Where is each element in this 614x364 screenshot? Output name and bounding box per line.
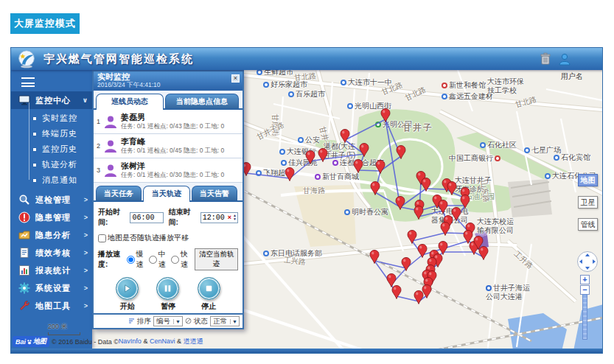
speed-radio-中速[interactable]: 中速: [149, 249, 170, 270]
attribution-link[interactable]: CenNavi: [150, 337, 175, 345]
zoom-slider[interactable]: [582, 294, 587, 340]
map-marker[interactable]: [414, 206, 424, 220]
status-select[interactable]: 正常▼: [210, 316, 240, 326]
speed-radio-input[interactable]: [149, 256, 157, 264]
map-marker[interactable]: [463, 230, 473, 244]
map-marker[interactable]: [407, 230, 417, 244]
tab-巡线员动态[interactable]: 巡线员动态: [96, 94, 164, 110]
map-marker[interactable]: [380, 108, 391, 122]
speed-radio-input[interactable]: [127, 256, 135, 264]
sidebar-item-绩效考核[interactable]: 绩效考核>: [11, 244, 92, 262]
patroller-row[interactable]: 1姜磊男任务: 0/1 巡检点: 0/43 隐患: 0 工地: 0: [94, 110, 243, 134]
patroller-row[interactable]: 2李育峰任务: 0/1 巡检点: 0/45 隐患: 0 工地: 0: [94, 134, 243, 158]
baidu-logo[interactable]: Bai 地图: [13, 336, 49, 347]
map-marker[interactable]: [447, 181, 457, 195]
sidebar-item-label: 监控中心: [35, 95, 83, 106]
map-marker[interactable]: [451, 207, 461, 221]
speed-radio-慢速[interactable]: 慢速: [127, 249, 148, 270]
map-marker[interactable]: [421, 178, 431, 192]
map-marker[interactable]: [396, 145, 406, 159]
time-spinner[interactable]: ▲▼: [233, 214, 237, 221]
map-marker[interactable]: [318, 148, 328, 162]
sort-label: 排序: [137, 317, 151, 326]
speed-radio-input[interactable]: [171, 256, 179, 264]
map-marker[interactable]: [353, 159, 363, 173]
zoom-in-button[interactable]: +: [580, 275, 590, 284]
close-icon[interactable]: ×: [231, 74, 240, 83]
copyright-text: © 2016 Baidu - Data ©: [52, 338, 119, 346]
app-header: 宇兴燃气管网智能巡检系统: [11, 48, 603, 70]
patroller-row[interactable]: 3张树洋任务: 0/1 巡检点: 0/30 隐患: 0 工地: 0: [94, 158, 243, 183]
暂停-button[interactable]: 暂停: [156, 277, 179, 312]
end-time-field[interactable]: [201, 213, 226, 223]
attribution-link[interactable]: 道道通: [183, 337, 203, 345]
mode-button[interactable]: 大屏监控模式: [10, 13, 80, 34]
tab-当天任务[interactable]: 当天任务: [96, 186, 142, 200]
map-type-button-卫星[interactable]: 卫星: [578, 196, 598, 209]
停止-button[interactable]: 停止: [198, 277, 220, 312]
map-marker[interactable]: [395, 196, 405, 210]
map-marker[interactable]: [305, 150, 315, 164]
sidebar-item-地图工具[interactable]: 地图工具>: [11, 297, 92, 315]
开始-button[interactable]: 开始: [116, 277, 139, 312]
map-marker[interactable]: [340, 129, 350, 143]
map-marker[interactable]: [422, 284, 432, 298]
window-footer-bar: [11, 349, 603, 354]
sidebar-item-报表统计[interactable]: 报表统计>: [11, 262, 92, 279]
patroller-name: 李育峰: [121, 137, 224, 147]
map-marker[interactable]: [375, 160, 386, 174]
map-marker[interactable]: [440, 222, 450, 236]
play-icon: [116, 277, 139, 300]
map-marker[interactable]: [478, 246, 489, 260]
map-marker[interactable]: [438, 200, 448, 214]
sidebar-subitem-终端历史[interactable]: 终端历史: [11, 126, 92, 141]
map-type-button-管线[interactable]: 管线: [578, 218, 598, 231]
map-pan-checkbox[interactable]: [98, 234, 106, 242]
sidebar-subitem-实时监控[interactable]: 实时监控: [11, 111, 92, 126]
panel-header: 实时监控 2016/3/24 下午4:41:10 ×: [94, 71, 243, 91]
clear-time-icon[interactable]: ×: [226, 214, 233, 221]
start-time-label: 开始时间:: [98, 207, 128, 228]
sort-select[interactable]: 编号▼: [153, 316, 183, 326]
tab-当天轨迹[interactable]: 当天轨迹: [143, 186, 190, 202]
map-type-button-地图[interactable]: 地图: [578, 174, 598, 186]
map-marker[interactable]: [285, 167, 295, 181]
map-pan-checkbox-label[interactable]: 地图是否随轨迹播放平移: [108, 233, 189, 243]
bullet-icon: [33, 148, 36, 151]
speed-radio-快速[interactable]: 快速: [171, 249, 192, 270]
user-label[interactable]: 用户名: [561, 71, 583, 82]
sidebar-item-隐患管理[interactable]: 隐患管理>: [11, 209, 92, 226]
tab-当前隐患点信息[interactable]: 当前隐患点信息: [165, 94, 239, 108]
sidebar-item-巡检管理[interactable]: 巡检管理>: [11, 191, 92, 209]
attribution-link[interactable]: NavInfo: [119, 337, 142, 345]
clear-track-button[interactable]: 清空当前轨迹: [195, 248, 238, 270]
app-window: 生鲜超市好乐家超市百乐超市甘北路大连市十一中光明山西街甘北路甘北路新世和餐馆鑫远…: [10, 47, 603, 354]
patroller-index: 2: [97, 142, 102, 150]
map-marker[interactable]: [401, 257, 411, 271]
patroller-stats: 任务: 0/1 巡检点: 0/45 隐患: 0 工地: 0: [121, 147, 224, 155]
sidebar-subitem-label: 消息通知: [42, 175, 77, 186]
trash-icon[interactable]: [539, 52, 552, 66]
sidebar-item-监控中心[interactable]: 监控中心∨: [11, 91, 92, 109]
map-marker[interactable]: [359, 143, 369, 157]
sidebar-subitem-监控历史[interactable]: 监控历史: [11, 141, 92, 157]
chevron-down-icon: ∨: [83, 97, 88, 104]
sidebar-subitem-轨迹分析[interactable]: 轨迹分析: [11, 157, 92, 172]
map-marker[interactable]: [370, 181, 380, 195]
map-marker[interactable]: [369, 250, 380, 264]
sidebar-item-隐患分析[interactable]: 隐患分析>: [11, 226, 92, 244]
sidebar-subitem-label: 监控历史: [42, 144, 77, 155]
user-icon[interactable]: [558, 52, 571, 66]
sidebar-subitem-消息通知[interactable]: 消息通知: [11, 172, 92, 188]
tab-当天告警[interactable]: 当天告警: [192, 186, 237, 200]
map-marker[interactable]: [417, 244, 428, 258]
sidebar-item-系统设置[interactable]: 系统设置>: [11, 279, 92, 297]
start-time-field[interactable]: [130, 212, 164, 223]
person-icon: [103, 163, 118, 178]
sidebar-item-label: 报表统计: [35, 265, 84, 276]
map-marker[interactable]: [391, 285, 402, 299]
map-marker[interactable]: [460, 195, 470, 209]
hamburger-icon[interactable]: [21, 77, 35, 87]
pan-control[interactable]: [576, 251, 599, 276]
control-label: 暂停: [156, 301, 179, 312]
